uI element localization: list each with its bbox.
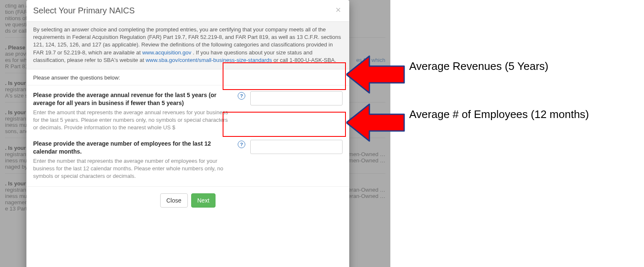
employees-label: Please provide the average number of emp… [33, 140, 233, 156]
revenue-help-text: Enter the amount that represents the ave… [33, 109, 233, 132]
naics-modal: Select Your Primary NAICS × By selecting… [26, 0, 349, 267]
acquisition-link[interactable]: www.acquisition.gov [142, 49, 191, 56]
employees-input[interactable] [250, 140, 343, 154]
arrow-icon [346, 102, 405, 144]
modal-header: Select Your Primary NAICS × [26, 0, 349, 21]
instruction-text: Please answer the questions below: [26, 69, 349, 85]
arrow-revenue [346, 54, 405, 95]
question-employees: Please provide the average number of emp… [26, 134, 349, 182]
sba-link[interactable]: www.sba.gov/content/small-business-size-… [145, 57, 272, 63]
svg-marker-1 [346, 104, 404, 141]
revenue-input[interactable] [250, 91, 343, 105]
question-revenue: Please provide the average annual revenu… [26, 85, 349, 134]
employees-help-text: Enter the number that represents the ave… [33, 157, 233, 180]
annotation-employees: Average # of Employees (12 months) [409, 108, 589, 121]
help-icon[interactable]: ? [238, 141, 245, 148]
modal-actions: Close Next [26, 186, 349, 216]
close-button[interactable]: Close [160, 193, 188, 208]
annotation-revenue: Average Revenues (5 Years) [409, 60, 548, 73]
next-button[interactable]: Next [191, 193, 216, 208]
note-text: or call 1-800-U-ASK-SBA. [273, 57, 336, 63]
svg-marker-0 [346, 56, 404, 93]
regulatory-note: By selecting an answer choice and comple… [26, 21, 349, 69]
modal-title: Select Your Primary NAICS [33, 6, 343, 15]
close-icon[interactable]: × [333, 4, 343, 16]
revenue-label: Please provide the average annual revenu… [33, 91, 233, 107]
arrow-employees [346, 102, 405, 144]
arrow-icon [346, 54, 405, 95]
help-icon[interactable]: ? [238, 92, 245, 100]
